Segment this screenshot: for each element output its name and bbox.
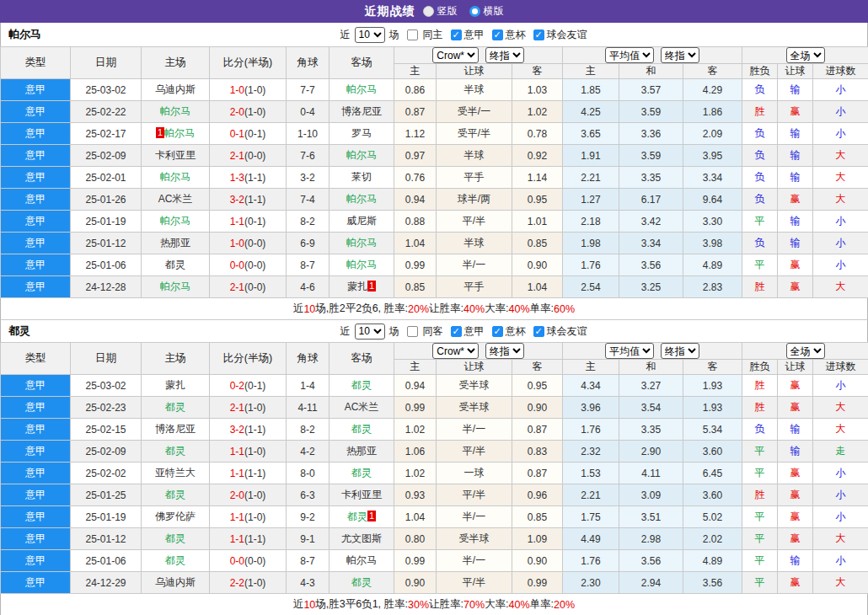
avg-stage-select[interactable]: 终指 xyxy=(661,47,699,63)
team-section-torino: 都灵 近 10 场 同客 意甲 意杯 球会友谊 xyxy=(0,320,868,615)
avg-away-cell: 1.93 xyxy=(683,397,742,419)
avg-home-cell: 2.30 xyxy=(563,572,619,594)
team-name-text: 都灵 xyxy=(165,401,185,413)
team-name-text: 蒙扎 xyxy=(347,281,367,292)
score-cell: 2-2(1-0) xyxy=(210,572,287,594)
recent-count-select[interactable]: 10 xyxy=(355,324,385,340)
odds-handicap-cell: 平/半 xyxy=(437,211,512,233)
league-seriea-checkbox[interactable] xyxy=(451,29,462,40)
goals-result-cell: 大 xyxy=(813,145,868,167)
summary-text: 40% xyxy=(509,599,530,611)
avg-home-cell: 4.34 xyxy=(563,375,619,397)
avg-draw-cell: 3.42 xyxy=(619,211,683,233)
avg-group-header: 平均值 终指 xyxy=(563,47,742,64)
avg-home-cell: 1.76 xyxy=(563,419,619,441)
result-cell: 平 xyxy=(742,463,778,484)
summary-text: 单率: xyxy=(530,302,554,316)
goals-result-cell: 走 xyxy=(813,441,868,463)
odds-home-cell: 1.04 xyxy=(394,233,437,254)
match-row: 意甲25-01-19佛罗伦萨1-1(1-0)9-2都灵11.04半/一0.851… xyxy=(1,506,868,528)
home-team-cell: 帕尔马 xyxy=(142,167,210,189)
avg-home-cell: 1.85 xyxy=(563,79,619,101)
handicap-result-cell: 输 xyxy=(778,233,813,254)
summary-text: 10 xyxy=(303,599,315,611)
league-cell: 意甲 xyxy=(1,375,71,397)
odds-provider-select[interactable]: Crow* xyxy=(432,343,479,359)
away-team-cell: 帕尔马 xyxy=(330,145,394,167)
corner-cell: 8-7 xyxy=(287,254,330,276)
corner-cell: 8-7 xyxy=(287,550,330,572)
goals-result-cell: 小 xyxy=(813,101,868,123)
team-name-text: 都灵 xyxy=(351,576,372,588)
odds-home-cell: 0.94 xyxy=(394,189,437,211)
odds-stage-select[interactable]: 终指 xyxy=(485,343,524,359)
odds-handicap-cell: 受平/半 xyxy=(437,123,512,145)
odds-away-cell: 0.85 xyxy=(512,506,563,528)
score-cell: 0-2(0-1) xyxy=(210,375,287,397)
league-seriea-checkbox[interactable] xyxy=(451,326,462,337)
avg-home-cell: 1.76 xyxy=(563,254,619,276)
odds-away-cell: 1.01 xyxy=(512,211,563,233)
odds-home-cell: 1.02 xyxy=(394,419,437,441)
avg-home-cell: 4.25 xyxy=(563,101,619,123)
summary-row: 近10场,胜3平6负1, 胜率:30% 让胜率:70% 大率:40% 单率:20… xyxy=(0,594,868,615)
league-friendly-checkbox[interactable] xyxy=(533,29,544,40)
team-name-text: 帕尔马 xyxy=(346,83,377,95)
recent-suffix-label: 场 xyxy=(389,28,399,42)
odds-home-cell: 0.87 xyxy=(394,101,437,123)
avg-select[interactable]: 平均值 xyxy=(605,343,654,359)
avg-home-cell: 1.76 xyxy=(563,550,619,572)
handicap-result-cell: 赢 xyxy=(778,254,813,276)
goals-result-cell: 大 xyxy=(813,397,868,419)
league-cup-checkbox[interactable] xyxy=(492,29,503,40)
odds-handicap-cell: 受半球 xyxy=(437,375,512,397)
scope-select[interactable]: 全场 xyxy=(786,47,825,63)
avg-draw-cell: 3.59 xyxy=(619,145,683,167)
col-type: 类型 xyxy=(1,343,71,375)
league-friendly-checkbox[interactable] xyxy=(533,326,544,337)
team-name-text: 都灵 xyxy=(351,467,372,479)
filter-bar: 近 10 场 同客 意甲 意杯 球会友谊 xyxy=(340,324,587,340)
date-cell: 25-02-15 xyxy=(71,419,142,441)
horizontal-layout-radio[interactable] xyxy=(469,6,480,17)
odds-away-cell: 0.90 xyxy=(512,550,563,572)
result-cell: 胜 xyxy=(742,101,778,123)
avg-home-cell: 3.65 xyxy=(563,123,619,145)
date-cell: 25-01-26 xyxy=(71,189,142,211)
league-cup-checkbox[interactable] xyxy=(492,326,503,337)
avg-away-cell: 5.02 xyxy=(683,506,742,528)
date-cell: 25-01-12 xyxy=(71,528,142,550)
odds-home-cell: 1.04 xyxy=(394,506,437,528)
away-team-cell: 都灵 xyxy=(330,419,394,441)
avg-stage-select[interactable]: 终指 xyxy=(661,343,699,359)
avg-home-cell: 2.21 xyxy=(563,484,619,506)
scope-select[interactable]: 全场 xyxy=(786,343,825,359)
home-team-cell: 1帕尔马 xyxy=(142,123,210,145)
away-team-cell: 都灵1 xyxy=(330,506,394,528)
recent-prefix-label: 近 xyxy=(340,324,351,339)
avg-select[interactable]: 平均值 xyxy=(605,47,654,63)
match-row: 意甲25-01-26AC米兰3-2(1-1)7-4帕尔马0.94球半/两0.95… xyxy=(1,189,868,211)
odds-provider-select[interactable]: Crow* xyxy=(432,47,479,63)
score-cell: 2-0(1-0) xyxy=(210,101,287,123)
same-venue-checkbox[interactable] xyxy=(407,29,418,40)
date-cell: 25-02-09 xyxy=(71,441,142,463)
summary-text: 单率: xyxy=(530,597,554,612)
col-goals: 进球数 xyxy=(813,64,868,79)
avg-draw-cell: 2.90 xyxy=(619,441,683,463)
goals-result-cell: 小 xyxy=(813,375,868,397)
league-cell: 意甲 xyxy=(1,528,71,550)
goals-result-cell: 大 xyxy=(813,419,868,441)
same-venue-label: 同客 xyxy=(423,324,443,339)
same-venue-checkbox[interactable] xyxy=(407,326,418,337)
vertical-layout-radio[interactable] xyxy=(423,6,434,17)
league-cell: 意甲 xyxy=(1,419,71,441)
corner-cell: 4-2 xyxy=(287,441,330,463)
summary-text: 60% xyxy=(554,303,575,315)
odds-handicap-cell: 平/半 xyxy=(437,484,512,506)
odds-stage-select[interactable]: 终指 xyxy=(485,47,524,63)
team-name-text: 都灵 xyxy=(351,423,372,435)
date-cell: 25-02-09 xyxy=(71,145,142,167)
score-cell: 0-1(0-1) xyxy=(210,123,287,145)
recent-count-select[interactable]: 10 xyxy=(355,27,385,43)
